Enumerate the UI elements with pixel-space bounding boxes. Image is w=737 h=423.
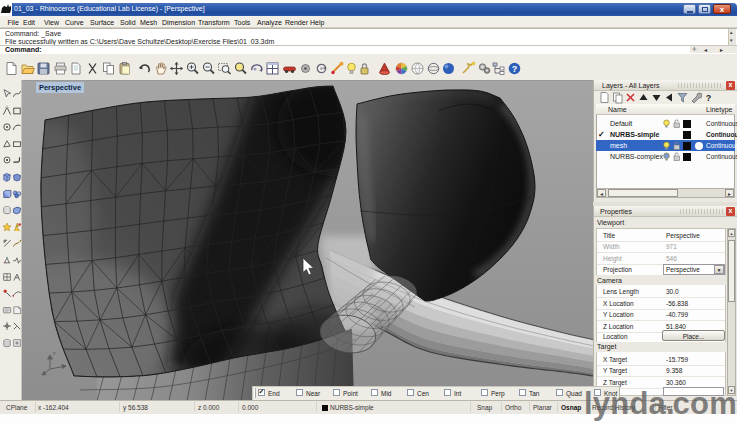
svg-text:?: ? <box>706 93 712 103</box>
svg-text:?: ? <box>512 64 518 74</box>
